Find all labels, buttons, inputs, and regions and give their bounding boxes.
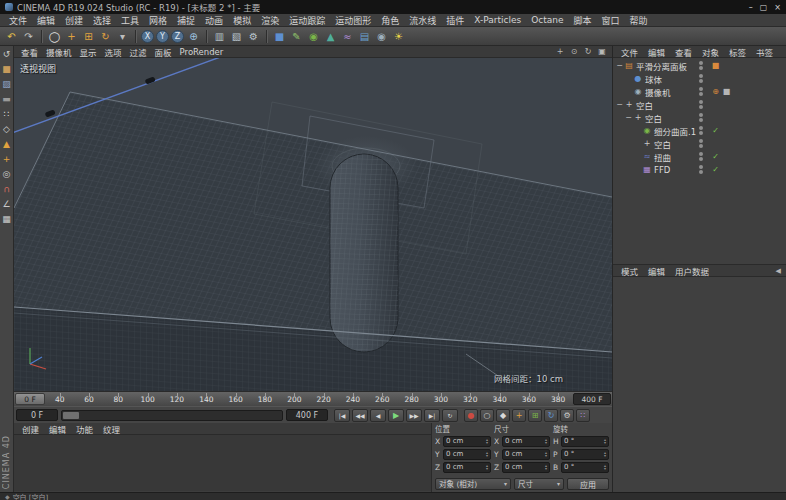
enabled-check-icon[interactable]: ✓: [711, 152, 720, 161]
undo-icon[interactable]: ↶: [4, 29, 19, 44]
viewport-menu-item[interactable]: 摄像机: [42, 46, 76, 58]
pan-view-icon[interactable]: +: [555, 47, 565, 56]
timeline-tick[interactable]: 140: [192, 393, 221, 405]
main-menu-item[interactable]: 网格: [144, 14, 172, 27]
object-tree-row[interactable]: ◉细分曲面.1✓: [613, 124, 786, 137]
toggle-views-icon[interactable]: ▣: [597, 47, 607, 56]
texture-mode-icon[interactable]: ▨: [0, 76, 13, 91]
viewport-menu-item[interactable]: 选项: [101, 46, 126, 58]
timeline-tick[interactable]: 240: [338, 393, 367, 405]
timeline-tick[interactable]: 360: [514, 393, 543, 405]
apply-button[interactable]: 应用: [567, 478, 609, 490]
object-tree-row[interactable]: −▤平滑分离面板■: [613, 59, 786, 72]
coord-field-input[interactable]: 0 °▴▾: [561, 449, 609, 460]
autokey-icon[interactable]: ○: [480, 409, 494, 422]
render-visibility-dot[interactable]: [699, 157, 703, 161]
timeline-tick[interactable]: 40: [45, 393, 74, 405]
polygons-mode-icon[interactable]: ▲: [0, 136, 13, 151]
main-menu-item[interactable]: 流水线: [404, 14, 441, 27]
main-menu-item[interactable]: Octane: [526, 15, 568, 25]
expand-toggle-icon[interactable]: −: [615, 61, 624, 70]
next-frame-button[interactable]: ▶▶: [406, 409, 422, 422]
main-menu-item[interactable]: 角色: [376, 14, 404, 27]
rotate-tool-icon[interactable]: ↻: [98, 29, 113, 44]
editor-visibility-dot[interactable]: [699, 152, 703, 156]
visibility-dots[interactable]: [699, 74, 703, 83]
editor-visibility-dot[interactable]: [699, 165, 703, 169]
preview-range-slider[interactable]: [61, 410, 283, 421]
spinner-icon[interactable]: ▴▾: [545, 464, 547, 470]
spinner-icon[interactable]: ▴▾: [486, 451, 488, 457]
expand-toggle-icon[interactable]: −: [615, 100, 624, 109]
viewport-menu-item[interactable]: 面板: [151, 46, 176, 58]
points-mode-icon[interactable]: ∷: [0, 106, 13, 121]
coord-field-input[interactable]: 0 °▴▾: [561, 436, 609, 447]
visibility-dots[interactable]: [699, 165, 703, 174]
spline-pen-icon[interactable]: ✎: [289, 29, 304, 44]
render-settings-icon[interactable]: ⚙: [246, 29, 261, 44]
material-manager-body[interactable]: [14, 435, 431, 491]
snap-enable-icon[interactable]: ∩: [0, 181, 13, 196]
render-visibility-dot[interactable]: [699, 66, 703, 70]
current-frame-field[interactable]: 0 F: [16, 409, 58, 421]
main-menu-item[interactable]: 脚本: [568, 14, 596, 27]
goto-start-button[interactable]: |◀: [334, 409, 350, 422]
object-tree-row[interactable]: ▦FFD✓: [613, 163, 786, 176]
viewport-menu-item[interactable]: 显示: [76, 46, 101, 58]
spinner-down-icon[interactable]: ▾: [604, 441, 606, 444]
viewport-menu-item[interactable]: 查看: [17, 46, 42, 58]
redo-icon[interactable]: ↷: [21, 29, 36, 44]
editor-visibility-dot[interactable]: [699, 100, 703, 104]
render-view-icon[interactable]: ▥: [212, 29, 227, 44]
environment-icon[interactable]: ▤: [357, 29, 372, 44]
spinner-icon[interactable]: ▴▾: [604, 451, 606, 457]
camera-icon[interactable]: ◉: [374, 29, 389, 44]
zoom-view-icon[interactable]: ⊙: [569, 47, 579, 56]
y-axis-lock-button[interactable]: Y: [156, 30, 169, 43]
coord-field-input[interactable]: 0 cm▴▾: [443, 436, 491, 447]
main-menu-item[interactable]: 窗口: [597, 14, 625, 27]
enabled-check-icon[interactable]: ✓: [711, 165, 720, 174]
spinner-down-icon[interactable]: ▾: [545, 454, 547, 457]
move-tool-icon[interactable]: +: [64, 29, 79, 44]
editor-visibility-dot[interactable]: [699, 113, 703, 117]
object-manager-menu-item[interactable]: 标签: [724, 46, 751, 58]
current-frame-marker[interactable]: 0 F: [15, 393, 45, 405]
object-tree-row[interactable]: −+空白: [613, 111, 786, 124]
primitive-cube-icon[interactable]: ■: [272, 29, 287, 44]
render-visibility-dot[interactable]: [699, 170, 703, 174]
coord-field-input[interactable]: 0 cm▴▾: [502, 462, 550, 473]
timeline-tick[interactable]: 320: [456, 393, 485, 405]
timeline-ticks[interactable]: 4060801001201401601802002202402602803003…: [45, 393, 573, 405]
main-menu-item[interactable]: 工具: [116, 14, 144, 27]
minimize-button[interactable]: –: [749, 3, 753, 12]
timeline-tick[interactable]: 120: [162, 393, 191, 405]
main-menu-item[interactable]: 捕捉: [172, 14, 200, 27]
main-menu-item[interactable]: 模拟: [228, 14, 256, 27]
spinner-icon[interactable]: ▴▾: [545, 451, 547, 457]
spinner-down-icon[interactable]: ▾: [545, 441, 547, 444]
main-menu-item[interactable]: 插件: [441, 14, 469, 27]
editor-visibility-dot[interactable]: [699, 74, 703, 78]
keyframe-selection-icon[interactable]: ◆: [496, 409, 510, 422]
material-menu-item[interactable]: 创建: [17, 423, 44, 435]
visibility-dots[interactable]: [699, 100, 703, 109]
attribute-manager-menu-item[interactable]: 模式: [616, 265, 643, 277]
render-visibility-dot[interactable]: [699, 118, 703, 122]
editor-visibility-dot[interactable]: [699, 126, 703, 130]
spinner-down-icon[interactable]: ▾: [604, 454, 606, 457]
object-manager-menu-item[interactable]: 书签: [751, 46, 778, 58]
editor-visibility-dot[interactable]: [699, 139, 703, 143]
viewport-3d-canvas[interactable]: 透视视图 网格间距：10 cm: [14, 58, 612, 391]
coord-field-input[interactable]: 0 cm▴▾: [502, 436, 550, 447]
visibility-dots[interactable]: [699, 152, 703, 161]
timeline-tick[interactable]: 60: [74, 393, 103, 405]
coordinate-system-icon[interactable]: ⊕: [186, 29, 201, 44]
timeline-tick[interactable]: 160: [221, 393, 250, 405]
main-menu-item[interactable]: 选择: [88, 14, 116, 27]
object-tree-row[interactable]: +空白: [613, 137, 786, 150]
render-visibility-dot[interactable]: [699, 144, 703, 148]
record-rotation-icon[interactable]: ↻: [544, 409, 558, 422]
range-end-field[interactable]: 400 F: [286, 409, 328, 421]
close-button[interactable]: ×: [774, 3, 781, 12]
